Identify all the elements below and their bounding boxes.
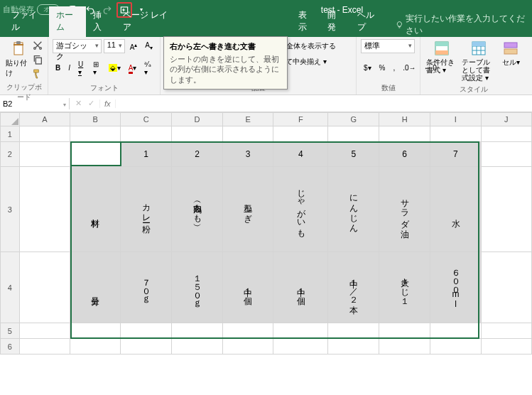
col-header-F[interactable]: F [273,113,328,126]
tell-me-search[interactable]: 実行したい作業を入力してください [396,13,528,37]
fill-color-button[interactable]: ⬙▾ [106,63,124,73]
enter-icon[interactable]: ✓ [85,99,97,108]
cell[interactable]: ７０ｇ [121,252,172,323]
cell[interactable]: 5 [328,142,379,167]
col-header-J[interactable]: J [481,113,531,126]
cell[interactable]: 大さじ１ [379,252,430,323]
select-all-corner[interactable] [1,113,20,126]
row-header-5[interactable]: 5 [1,323,20,339]
col-header-G[interactable]: G [328,113,379,126]
cell[interactable]: にんじん [328,167,379,252]
tab-file[interactable]: ファイル [4,6,49,37]
paste-button[interactable]: 貼り付け [4,38,32,81]
cell[interactable] [19,142,70,167]
tab-page-layout[interactable]: ページ レイア [116,6,178,37]
fx-icon[interactable]: fx [99,99,116,108]
row-header-4[interactable]: 4 [1,252,20,323]
cell[interactable]: 中１／２本 [328,252,379,323]
worksheet-grid[interactable]: ABCDEFGHIJ1212345673材料カレー粉鶏肉（もも）玉ねぎじゃがいも… [0,112,532,355]
font-size-combo[interactable]: 11 [104,39,125,53]
cell[interactable] [481,339,531,355]
cell[interactable] [70,323,120,339]
cell[interactable] [379,126,430,142]
cell[interactable]: 3 [222,142,273,167]
cell[interactable] [328,339,379,355]
comma-icon[interactable]: , [390,63,398,73]
cell[interactable]: 4 [273,142,328,167]
conditional-format-button[interactable]: 条件付き書式 ▾ [425,38,459,83]
col-header-H[interactable]: H [379,113,430,126]
row-header-6[interactable]: 6 [1,339,20,355]
font-name-combo[interactable]: 游ゴシック [53,39,102,53]
col-header-E[interactable]: E [222,113,273,126]
col-header-I[interactable]: I [430,113,481,126]
cell[interactable] [19,323,70,339]
increase-font-icon[interactable]: A▴ [127,40,141,53]
currency-icon[interactable]: $▾ [361,63,374,73]
cell[interactable] [481,126,531,142]
cell[interactable] [121,339,172,355]
cell[interactable]: 材料 [70,167,120,252]
cell[interactable] [19,339,70,355]
cell[interactable]: 中１個 [273,252,328,323]
row-header-1[interactable]: 1 [1,126,20,142]
cell[interactable] [19,126,70,142]
tab-developer[interactable]: 開発 [320,6,349,37]
borders-button[interactable]: ⊞ ▾ [90,59,104,77]
redo-icon[interactable] [99,2,115,18]
percent-icon[interactable]: % [376,63,389,73]
cell[interactable] [481,252,531,323]
cell[interactable] [328,323,379,339]
italic-button[interactable]: I [65,63,73,73]
cell[interactable]: 2 [172,142,223,167]
col-header-A[interactable]: A [19,113,70,126]
cell[interactable] [481,323,531,339]
cell[interactable] [172,339,223,355]
copy-icon[interactable] [32,54,43,67]
cell[interactable]: 1 [121,142,172,167]
cell[interactable] [481,167,531,252]
cell[interactable]: ６００ml [430,252,481,323]
cell[interactable] [70,142,120,167]
cell[interactable] [172,126,223,142]
cell[interactable] [273,339,328,355]
cell[interactable] [273,126,328,142]
col-header-B[interactable]: B [70,113,120,126]
cell[interactable]: 7 [430,142,481,167]
cell[interactable] [172,323,223,339]
bold-button[interactable]: B [53,63,63,73]
cell[interactable] [430,126,481,142]
cell[interactable] [222,339,273,355]
cell[interactable] [222,126,273,142]
cell[interactable]: １５０ｇ [172,252,223,323]
cell[interactable]: 6 [379,142,430,167]
cell[interactable] [222,323,273,339]
col-header-C[interactable]: C [121,113,172,126]
cell[interactable]: 分量 [70,252,120,323]
cell[interactable] [121,126,172,142]
phonetic-button[interactable]: ᵃ⁄ₐ ▾ [141,59,156,77]
cell[interactable]: サラダ油 [379,167,430,252]
format-as-table-button[interactable]: テーブルとして書式設定 ▾ [460,38,497,83]
name-box[interactable]: B2 [0,98,70,109]
cancel-icon[interactable]: ✕ [72,99,84,108]
row-header-2[interactable]: 2 [1,142,20,167]
cell[interactable]: 水 [430,167,481,252]
cell[interactable] [19,167,70,252]
cell[interactable]: 玉ねぎ [222,167,273,252]
cell[interactable] [19,252,70,323]
tab-home[interactable]: ホーム [49,6,86,37]
cell[interactable]: 中１個 [222,252,273,323]
tab-help[interactable]: ヘルプ [350,6,387,37]
format-painter-icon[interactable] [32,68,43,81]
col-header-D[interactable]: D [172,113,223,126]
underline-button[interactable]: U ▾ [75,59,88,77]
cell[interactable] [121,323,172,339]
font-color-button[interactable]: A▾ [126,63,140,73]
increase-decimal-icon[interactable]: .0→ [400,63,418,73]
cell[interactable]: じゃがいも [273,167,328,252]
decrease-font-icon[interactable]: A▾ [142,40,156,53]
formula-bar[interactable] [116,102,532,105]
cell[interactable] [430,323,481,339]
row-header-3[interactable]: 3 [1,167,20,252]
